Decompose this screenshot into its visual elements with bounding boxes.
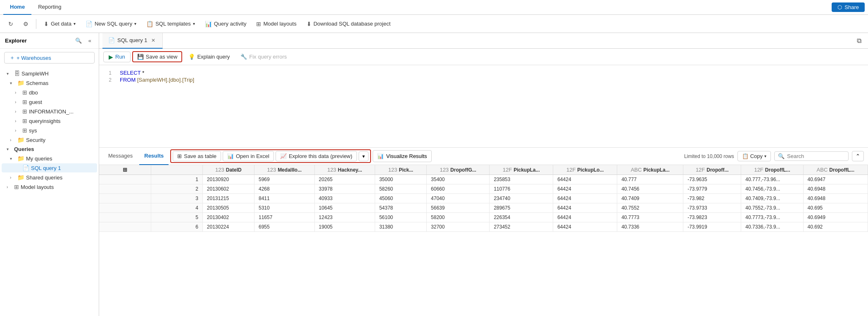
row-icon-cell bbox=[99, 184, 151, 194]
sidebar-item-dbo[interactable]: › ⊞ dbo bbox=[2, 88, 97, 97]
more-actions-button[interactable]: ▾ bbox=[359, 151, 369, 161]
open-in-excel-button[interactable]: 📊 Open in Excel bbox=[223, 151, 274, 161]
excel-icon: 📊 bbox=[227, 153, 234, 159]
layout-icon: ⊞ bbox=[14, 184, 19, 190]
folder-icon: 📁 bbox=[17, 155, 24, 162]
row-icon-cell bbox=[99, 222, 151, 232]
col-header-dropoffg[interactable]: 123DropoffG... bbox=[427, 165, 490, 175]
model-layouts-button[interactable]: ⊞ Model layouts bbox=[252, 19, 300, 29]
sidebar-item-queries[interactable]: ▾ Queries bbox=[2, 145, 97, 153]
top-tabs: Home Reporting bbox=[3, 0, 68, 15]
messages-tab[interactable]: Messages bbox=[103, 148, 138, 165]
add-warehouses-button[interactable]: ＋ + Warehouses bbox=[4, 52, 95, 64]
explore-icon: 📈 bbox=[280, 153, 287, 159]
cell-col4: 60660 bbox=[427, 184, 490, 194]
sidebar-item-label: SampleWH bbox=[21, 71, 94, 77]
share-button[interactable]: ⬡ Share bbox=[832, 2, 865, 12]
cell-col3: 35000 bbox=[375, 175, 426, 184]
col-header-pickupla-abc[interactable]: ABCPickupLa... bbox=[617, 165, 683, 175]
sidebar-item-schemas[interactable]: ▾ 📁 Schemas bbox=[2, 78, 97, 87]
tab-home[interactable]: Home bbox=[3, 0, 31, 15]
cell-col8: -73.9635 bbox=[683, 175, 741, 184]
layout-icon: ⊞ bbox=[256, 21, 261, 27]
col-header-hackney[interactable]: 123Hackney... bbox=[314, 165, 375, 175]
sidebar-item-label: sys bbox=[29, 127, 94, 134]
cell-col4: 56639 bbox=[427, 203, 490, 213]
sidebar-item-my-queries[interactable]: ▾ 📁 My queries bbox=[2, 154, 97, 163]
col-header-pickupla[interactable]: 12FPickupLa... bbox=[490, 165, 553, 175]
sidebar-item-model-layouts[interactable]: › ⊞ Model layouts bbox=[2, 182, 97, 191]
sidebar-item-information[interactable]: › ⊞ INFORMATION_... bbox=[2, 107, 97, 116]
collapse-results-button[interactable]: ⌃ bbox=[852, 151, 864, 161]
save-as-view-button[interactable]: 💾 Save as view bbox=[132, 51, 183, 62]
row-icon-cell bbox=[99, 194, 151, 203]
sidebar-item-guest[interactable]: › ⊞ guest bbox=[2, 97, 97, 106]
sidebar-item-shared-queries[interactable]: › 📁 Shared queries bbox=[2, 173, 97, 182]
data-table-container[interactable]: ⊞ 123DateID 123MedallIo... 123Hackney... bbox=[99, 165, 868, 316]
col-header-medallio[interactable]: 123MedallIo... bbox=[254, 165, 314, 175]
cell-col8: -73.9919 bbox=[683, 222, 741, 232]
close-tab-button[interactable]: ✕ bbox=[150, 37, 157, 44]
tab-reporting[interactable]: Reporting bbox=[31, 0, 68, 15]
col-header-icon: ⊞ bbox=[99, 165, 151, 175]
search-input[interactable] bbox=[787, 153, 845, 159]
cell-col8: -73.9823 bbox=[683, 213, 741, 222]
copy-tab-button[interactable]: ⧉ bbox=[854, 35, 865, 46]
cell-col4: 32700 bbox=[427, 222, 490, 232]
visualize-results-item[interactable]: 📊 Visualize Results bbox=[373, 150, 432, 162]
warehouse-icon: 🗄 bbox=[14, 70, 20, 77]
code-editor[interactable]: 1 SELECT * 2 FROM [SampleWH].[dbo].[Trip… bbox=[99, 65, 868, 148]
sidebar-item-label: SQL query 1 bbox=[31, 165, 94, 171]
chart-icon: 📊 bbox=[377, 153, 384, 159]
results-action-group: ⊞ Save as table 📊 Open in Excel 📈 Explor… bbox=[170, 149, 371, 163]
explain-query-button[interactable]: 💡 Explain query bbox=[184, 52, 234, 62]
sidebar-item-sql-query-1[interactable]: 📄 SQL query 1 bbox=[2, 163, 97, 172]
chevron-down-icon: ▾ bbox=[10, 156, 16, 161]
cell-col9: 40.7773,-73.9... bbox=[741, 213, 803, 222]
col-header-pick[interactable]: 123Pick... bbox=[375, 165, 426, 175]
cell-col5: 289675 bbox=[490, 203, 553, 213]
schema-icon: ⊞ bbox=[22, 127, 27, 134]
sidebar-item-label: My queries bbox=[26, 156, 94, 162]
settings-button[interactable]: ⚙ bbox=[19, 19, 33, 29]
copy-button[interactable]: 📋 Copy ▾ bbox=[737, 151, 771, 161]
collapse-sidebar-button[interactable]: « bbox=[86, 36, 94, 45]
search-button[interactable]: 🔍 bbox=[73, 36, 84, 45]
sidebar-item-samplewh[interactable]: ▾ 🗄 SampleWH bbox=[2, 69, 97, 78]
table-icon: ⊞ bbox=[177, 153, 182, 159]
row-number-cell: 5 bbox=[151, 213, 202, 222]
explore-data-button[interactable]: 📈 Explore this data (preview) bbox=[276, 151, 357, 161]
cell-col1: 5310 bbox=[254, 203, 314, 213]
code-text-1: SELECT * bbox=[120, 70, 144, 76]
schema-icon: ⊞ bbox=[22, 108, 27, 115]
fix-query-errors-button[interactable]: 🔧 Fix query errors bbox=[236, 52, 291, 62]
chevron-right-icon: › bbox=[15, 100, 21, 104]
sql-templates-button[interactable]: 📋 SQL templates ▾ bbox=[142, 19, 199, 29]
sidebar-item-security[interactable]: › 📁 Security bbox=[2, 135, 97, 144]
download-sql-button[interactable]: ⬇ Download SQL database project bbox=[302, 19, 395, 29]
chevron-down-icon: ▾ bbox=[764, 154, 766, 158]
schema-icon: ⊞ bbox=[22, 118, 27, 124]
results-tab[interactable]: Results bbox=[139, 148, 169, 165]
refresh-button[interactable]: ↻ bbox=[4, 19, 17, 29]
line-number-2: 2 bbox=[103, 77, 112, 83]
row-limit-label: Limited to 10,000 rows bbox=[684, 153, 734, 159]
col-header-dateid[interactable]: 123DateID bbox=[202, 165, 254, 175]
save-as-table-button[interactable]: ⊞ Save as table bbox=[173, 151, 221, 161]
col-header-dropoffl-abc[interactable]: ABCDropoffL... bbox=[803, 165, 868, 175]
query-activity-button[interactable]: 📊 Query activity bbox=[201, 19, 251, 29]
cell-col6: 64424 bbox=[553, 175, 617, 184]
sidebar-item-queryinsights[interactable]: › ⊞ queryinsights bbox=[2, 116, 97, 125]
run-button[interactable]: ▶ Run bbox=[103, 52, 131, 62]
row-icon-cell bbox=[99, 203, 151, 213]
col-header-dropoff[interactable]: 12FDropoff... bbox=[683, 165, 741, 175]
get-data-button[interactable]: ⬇ Get data ▾ bbox=[40, 19, 80, 29]
sidebar-item-label: dbo bbox=[29, 90, 94, 96]
query-tab-1[interactable]: 📄 SQL query 1 ✕ bbox=[102, 33, 163, 49]
new-sql-query-button[interactable]: 📄 New SQL query ▾ bbox=[81, 19, 140, 29]
cell-col10: 40.6947 bbox=[803, 175, 868, 184]
sidebar-item-sys[interactable]: › ⊞ sys bbox=[2, 126, 97, 135]
col-header-dropoffl[interactable]: 12FDropoffL... bbox=[741, 165, 803, 175]
col-header-pickuplo[interactable]: 12FPickupLo... bbox=[553, 165, 617, 175]
col-header-rownum bbox=[151, 165, 202, 175]
